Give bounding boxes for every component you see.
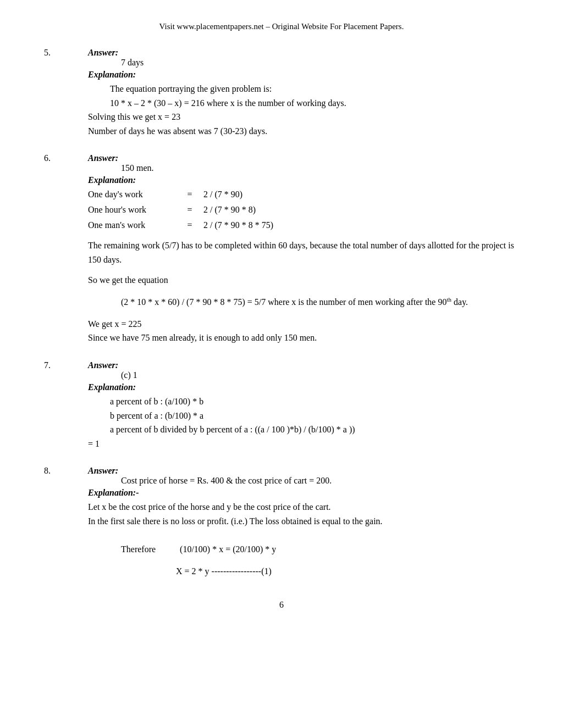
question-number-8: 8. (44, 466, 66, 476)
table-row-3: One man's work = 2 / (7 * 90 * 8 * 75) (88, 218, 519, 232)
table-value-2: 2 / (7 * 90 * 8) (203, 203, 519, 217)
table-equals-3: = (176, 218, 203, 232)
page: Visit www.placementpapers.net – Original… (0, 0, 563, 728)
q7-line-4: = 1 (88, 437, 519, 451)
page-header: Visit www.placementpapers.net – Original… (44, 22, 519, 31)
q5-line-3: Solving this we get x = 23 (88, 110, 519, 124)
answer-label-5: Answer: (88, 48, 118, 57)
answer-value-8: Cost price of horse = Rs. 400 & the cost… (121, 476, 519, 486)
q7-line-2: b percent of a : (b/100) * a (110, 409, 519, 423)
answer-label-6: Answer: (88, 153, 118, 163)
q6-line-1: We get x = 225 (88, 317, 519, 331)
question-5: 5. Answer: 7 days Explanation: The equat… (44, 48, 519, 138)
q6-equation: (2 * 10 * x * 60) / (7 * 90 * 8 * 75) = … (121, 295, 519, 309)
answer-value-7: (c) 1 (121, 370, 519, 380)
table-value-3: 2 / (7 * 90 * 8 * 75) (203, 218, 519, 232)
answer-value-5: 7 days (121, 58, 519, 68)
explanation-7: a percent of b : (a/100) * b b percent o… (88, 394, 519, 451)
table-value-1: 2 / (7 * 90) (203, 187, 519, 202)
q8-x-equation: X = 2 * y -----------------(1) (176, 564, 519, 579)
explanation-label-8: Explanation:- (88, 488, 519, 498)
q7-line-3: a percent of b divided by b percent of a… (110, 423, 519, 437)
table-label-3: One man's work (88, 218, 176, 232)
explanation-label-5: Explanation: (88, 70, 519, 80)
q6-line-2: Since we have 75 men already, it is enou… (88, 331, 519, 345)
table-row-2: One hour's work = 2 / (7 * 90 * 8) (88, 203, 519, 217)
explanation-5: The equation portraying the given proble… (88, 82, 519, 138)
question-8-content: Answer: Cost price of horse = Rs. 400 & … (88, 466, 519, 578)
table-equals-1: = (176, 187, 203, 202)
table-label-1: One day's work (88, 187, 176, 202)
therefore-label: Therefore (121, 544, 156, 554)
header-text: Visit www.placementpapers.net – Original… (159, 22, 404, 31)
q6-paragraph1: The remaining work (5/7) has to be compl… (88, 238, 519, 266)
question-6-content: Answer: 150 men. Explanation: One day's … (88, 153, 519, 345)
therefore-equation: (10/100) * x = (20/100) * y (180, 544, 276, 554)
q8-line-1: Let x be the cost price of the horse and… (88, 500, 519, 514)
explanation-label-7: Explanation: (88, 382, 519, 392)
question-8: 8. Answer: Cost price of horse = Rs. 400… (44, 466, 519, 578)
q5-line-1: The equation portraying the given proble… (110, 82, 519, 96)
q5-line-2: 10 * x – 2 * (30 – x) = 216 where x is t… (110, 96, 519, 110)
table-equals-2: = (176, 203, 203, 217)
answer-label-7: Answer: (88, 360, 118, 370)
explanation-6: One day's work = 2 / (7 * 90) One hour's… (88, 187, 519, 345)
question-6: 6. Answer: 150 men. Explanation: One day… (44, 153, 519, 345)
table-row-1: One day's work = 2 / (7 * 90) (88, 187, 519, 202)
question-5-content: Answer: 7 days Explanation: The equation… (88, 48, 519, 138)
answer-label-8: Answer: (88, 466, 118, 475)
q6-so-equation: So we get the equation (88, 273, 519, 287)
explanation-label-6: Explanation: (88, 175, 519, 185)
question-7-content: Answer: (c) 1 Explanation: a percent of … (88, 360, 519, 451)
table-label-2: One hour's work (88, 203, 176, 217)
question-number-6: 6. (44, 153, 66, 163)
q8-line-2: In the first sale there is no loss or pr… (88, 514, 519, 529)
q5-line-4: Number of days he was absent was 7 (30-2… (88, 124, 519, 138)
page-number: 6 (44, 600, 519, 610)
question-number-5: 5. (44, 48, 66, 58)
question-number-7: 7. (44, 360, 66, 370)
q7-line-1: a percent of b : (a/100) * b (110, 394, 519, 409)
answer-value-6: 150 men. (121, 163, 519, 173)
q8-therefore-block: Therefore (10/100) * x = (20/100) * y (121, 540, 519, 559)
explanation-8: Let x be the cost price of the horse and… (88, 500, 519, 578)
question-7: 7. Answer: (c) 1 Explanation: a percent … (44, 360, 519, 451)
